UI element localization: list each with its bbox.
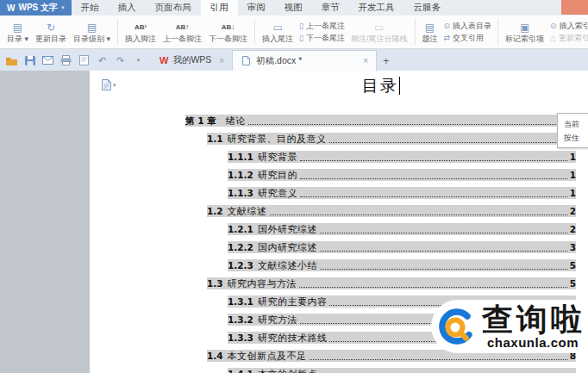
toc-entry[interactable]: 1.1.2研究目的1 — [228, 169, 576, 181]
toc-dot-leader — [310, 359, 567, 360]
tab-my-wps[interactable]: W 我的WPS × — [152, 50, 232, 71]
toc-entry[interactable]: 1.2文献综述2 — [207, 205, 576, 217]
toc-entry[interactable]: 1.2.3文献综述小结5 — [228, 259, 576, 271]
document-icon — [241, 56, 252, 66]
undo-icon[interactable]: ↶ — [97, 55, 108, 65]
toc-entry-title: 本文的创新点 — [258, 369, 317, 373]
toc-dot-leader — [320, 251, 567, 252]
toc-level-icon: ▤ — [87, 21, 97, 34]
redo-icon[interactable]: ↷ — [115, 55, 126, 65]
toc-entry[interactable]: 1.2.2国内研究综述3 — [228, 241, 576, 253]
button-label: 脚注/尾注分隔线 — [351, 34, 408, 44]
wps-app-label: WPS 文字 — [18, 2, 58, 14]
insert-table-of-figures-icon: ⊙ — [444, 22, 451, 30]
ribbon: ▤目录 ▾↻更新目录▤目录级别 ▾AB¹插入脚注AB↑上一条脚注AB↓下一条脚注… — [0, 16, 588, 49]
toc-entry[interactable]: 1.1.1研究背景1 — [228, 151, 576, 163]
ribbon-separator — [415, 19, 416, 45]
ribbon-stack: ▯上一条尾注▯下一条尾注 — [297, 22, 347, 42]
update-index-icon: △ — [550, 34, 556, 42]
open-folder-icon[interactable] — [6, 55, 17, 65]
toc-entry-page: 5 — [570, 260, 576, 271]
toc-entry-title: 研究背景 — [258, 152, 297, 163]
toc-entry-title: 研究的主要内容 — [258, 296, 328, 308]
toc-entry-number: 第 1 章 — [185, 115, 216, 127]
toc-entry[interactable]: 1.1研究背景、目的及意义 — [207, 133, 576, 145]
button-label: 交叉引用 — [453, 34, 484, 42]
toc-entry[interactable]: 1.1.3研究意义1 — [228, 187, 576, 199]
insert-footnote-button[interactable]: AB¹插入脚注 — [122, 17, 160, 47]
menu-tab-引用[interactable]: 引用 — [201, 0, 238, 16]
quick-access-more-icon[interactable]: ▾ — [133, 55, 144, 65]
tab-document-chugao[interactable]: 初稿.docx * × — [232, 50, 377, 71]
toc-entry-title: 研究背景、目的及意义 — [228, 134, 327, 145]
menu-tab-开发工具[interactable]: 开发工具 — [349, 0, 404, 16]
button-label: 插入尾注 — [262, 34, 293, 44]
toc-dot-leader — [320, 269, 567, 270]
titlebar-orange-button[interactable] — [561, 0, 588, 15]
next-endnote-button[interactable]: ▯下一条尾注 — [299, 34, 345, 42]
toc-entry[interactable]: 1.3研究内容与方法5 — [207, 277, 576, 289]
prev-endnote-icon: ▯ — [299, 22, 303, 30]
toc-entry-number: 1.2.2 — [228, 242, 253, 253]
wps-app-button[interactable]: W WPS 文字 ▾ — [0, 0, 72, 16]
next-footnote-button[interactable]: AB↓下一条脚注 — [205, 17, 251, 47]
watermark-domain: chaxunla.com — [487, 336, 585, 349]
toc-entry-number: 1.3 — [207, 278, 223, 289]
menu-tab-开始[interactable]: 开始 — [72, 0, 109, 16]
toc-entry-number: 1.2.3 — [228, 260, 253, 271]
button-label: 插入表目录 — [453, 22, 491, 30]
new-tab-button[interactable]: + — [377, 54, 396, 71]
toc-entry-title: 文献综述小结 — [258, 260, 317, 271]
insert-index-button[interactable]: ⊙插入索引 — [550, 22, 588, 30]
menu-tabs: 开始插入页面布局引用审阅视图章节开发工具云服务 — [72, 0, 451, 16]
menu-tab-审阅[interactable]: 审阅 — [238, 0, 275, 16]
printer-icon[interactable] — [60, 55, 72, 65]
close-icon[interactable]: × — [363, 56, 368, 65]
toc-button[interactable]: ▤目录 ▾ — [3, 17, 32, 47]
toc-entry[interactable]: 第 1 章绪论 — [185, 115, 576, 127]
menu-tab-插入[interactable]: 插入 — [109, 0, 146, 16]
print-preview-icon[interactable] — [78, 55, 90, 65]
toc-entry[interactable]: 1.4.1本文的创新点 — [228, 368, 576, 373]
insert-table-of-figures-button[interactable]: ⊙插入表目录 — [444, 22, 492, 30]
toc-level-button[interactable]: ▤目录级别 ▾ — [70, 17, 114, 47]
toc-entry-title: 绪论 — [226, 115, 246, 127]
document-page[interactable]: ▾ 目录 第 1 章绪论1.1研究背景、目的及意义1.1.1研究背景11.1.2… — [90, 71, 588, 373]
button-label: 插入索引 — [560, 22, 588, 30]
next-endnote-icon: ▯ — [299, 34, 303, 42]
wps-logo-icon: W — [7, 3, 15, 13]
tab-title: 我的WPS — [172, 54, 211, 66]
export-icon[interactable] — [42, 55, 53, 65]
insert-endnote-button[interactable]: ▭插入尾注 — [259, 17, 297, 47]
toc-entry-number: 1.2 — [207, 206, 223, 217]
toc-dot-leader — [329, 142, 573, 143]
ribbon-stack: ⊙插入表目录⇄交叉引用 — [441, 22, 495, 42]
toc-entry-number: 1.1.1 — [228, 152, 253, 163]
watermark-texts: 查询啦 chaxunla.com — [482, 304, 585, 349]
save-icon[interactable] — [24, 55, 35, 65]
caption-button[interactable]: ▤题注 — [419, 17, 441, 47]
cross-reference-button[interactable]: ⇄交叉引用 — [444, 34, 492, 42]
toc-dot-leader — [299, 287, 567, 288]
menu-tab-云服务[interactable]: 云服务 — [404, 0, 451, 16]
close-icon[interactable]: × — [219, 56, 224, 65]
mark-index-entry-button[interactable]: ▣标记索引项 — [502, 17, 547, 47]
toc-entry[interactable]: 1.2.1国外研究综述2 — [228, 223, 576, 235]
insert-index-icon: ⊙ — [550, 22, 557, 30]
cross-reference-icon: ⇄ — [444, 34, 451, 42]
prev-endnote-button[interactable]: ▯上一条尾注 — [299, 22, 345, 30]
update-toc-button[interactable]: ↻更新目录 — [32, 17, 70, 47]
toc-entry-page: 2 — [570, 224, 576, 235]
prev-footnote-button[interactable]: AB↑上一条脚注 — [160, 17, 205, 47]
ribbon-stack: ⊙插入索引△更新索引 — [547, 22, 588, 42]
watermark-brand: 查询啦 — [482, 304, 585, 335]
button-label: 上一条脚注 — [163, 34, 202, 44]
menu-tab-章节[interactable]: 章节 — [312, 0, 349, 16]
toc-dot-leader — [300, 196, 567, 197]
menu-tab-视图[interactable]: 视图 — [275, 0, 312, 16]
toc-dot-leader — [300, 160, 567, 161]
toc-entry-title: 研究的技术路线 — [258, 333, 328, 344]
toc-entry-title: 国内研究综述 — [258, 242, 317, 253]
menu-tab-页面布局[interactable]: 页面布局 — [146, 0, 201, 16]
button-label: 目录级别 ▾ — [73, 34, 110, 44]
